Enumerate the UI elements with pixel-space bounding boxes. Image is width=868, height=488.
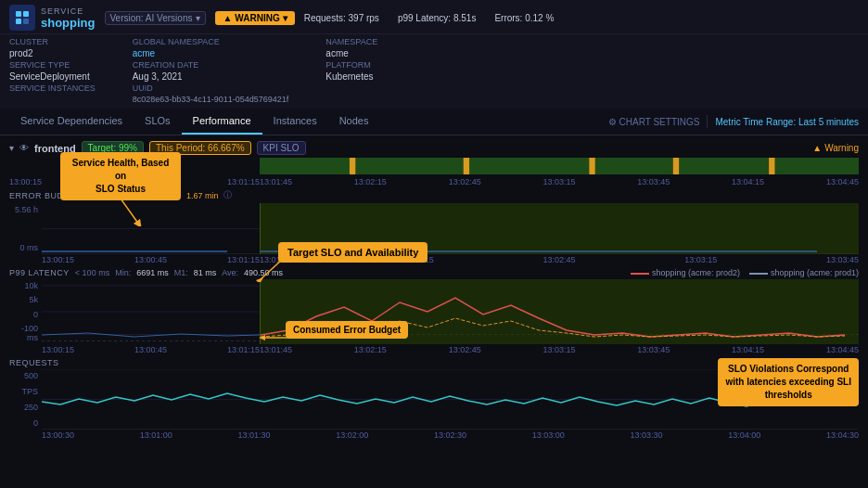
svg-rect-0	[16, 11, 21, 17]
namespace-label: Namespace	[326, 37, 377, 46]
latency-min-label: Min:	[115, 268, 131, 277]
latency-chart-left: 10k 5k 0 -100 ms	[9, 279, 260, 344]
legend-item-2: shopping (acme: prod1)	[749, 268, 859, 277]
cluster-label: Cluster	[9, 37, 96, 46]
main-content: ▾ 👁 frontend Target: 99% This Period: 66…	[0, 135, 868, 488]
header-logo: SERVICE shopping	[9, 5, 96, 31]
nav-bar: Service Dependencies SLOs Performance In…	[0, 109, 868, 135]
latency-x-labels: 13:00:15 13:00:45 13:01:15 13:01:45 13:0…	[9, 345, 859, 354]
req-y-label: TPS	[9, 387, 42, 396]
annotation-consumed-budget: Consumed Error Budget	[286, 321, 408, 339]
meta-cluster: Cluster prod2 Service Type ServiceDeploy…	[9, 37, 96, 93]
latency-y-axis: 10k 5k 0 -100 ms	[9, 279, 42, 344]
slo-collapse-button[interactable]: ▾	[9, 143, 14, 153]
service-instances-label: Service Instances	[9, 83, 96, 93]
svg-rect-2	[16, 19, 21, 24]
global-ns-value: acme	[133, 48, 289, 58]
latency-avg-label: Ave:	[222, 268, 238, 277]
budget-chart-left: 5.56 h 0 ms	[9, 203, 260, 254]
latency-y-5k: 5k	[9, 295, 42, 304]
annotation-target-slo: Target SLO and Availability	[278, 242, 428, 263]
legend-item-1: shopping (acme: prod2)	[631, 268, 740, 277]
budget-value: 1.67 min	[186, 191, 219, 200]
slo-visibility-button[interactable]: 👁	[19, 143, 29, 153]
budget-chart-wrapper: 5.56 h 0 ms	[9, 203, 859, 254]
chart-settings-button[interactable]: ⚙ CHART SETTINGS	[608, 117, 700, 127]
latency-section: P99 LATENCY < 100 ms Min: 6691 ms M1: 81…	[9, 268, 859, 354]
meta-global-ns: Global Namespace acme Creation Date Aug …	[133, 37, 289, 104]
stat-latency: p99 Latency: 8.51s	[398, 13, 477, 23]
timeline-chart	[260, 158, 859, 176]
budget-y-bottom: 0 ms	[9, 243, 42, 252]
stat-requests: Requests: 397 rps	[304, 13, 379, 23]
latency-chart-wrapper: 10k 5k 0 -100 ms	[9, 279, 859, 344]
chevron-down-icon-2: ▾	[283, 13, 287, 23]
warning-icon: ▲	[812, 143, 822, 153]
global-ns-label: Global Namespace	[133, 37, 289, 46]
cluster-value: prod2	[9, 48, 96, 58]
latency-max-value: 81 ms	[194, 268, 217, 277]
latency-avg-value: 490.50 ms	[244, 268, 283, 277]
latency-title: P99 LATENCY	[9, 268, 70, 277]
nav-instances[interactable]: Instances	[262, 109, 328, 135]
requests-title: REQUESTS	[9, 358, 59, 367]
budget-y-top: 5.56 h	[9, 205, 42, 214]
service-type-label: SERVICE	[41, 6, 96, 16]
req-y-250: 250	[9, 403, 42, 412]
nav-performance[interactable]: Performance	[182, 109, 262, 135]
requests-x-labels: 13:00:30 13:01:00 13:01:30 13:02:00 13:0…	[9, 430, 859, 440]
latency-svg-left	[42, 279, 260, 344]
divider	[707, 115, 708, 128]
info-icon[interactable]: ⓘ	[223, 189, 232, 201]
budget-chart-left-area	[42, 203, 260, 254]
slo-type-badge: KPI SLO	[257, 141, 306, 155]
latency-y-10k: 10k	[9, 281, 42, 290]
budget-y-axis: 5.56 h 0 ms	[9, 203, 42, 254]
warning-badge-container[interactable]: ▲ WARNING ▾	[215, 11, 294, 25]
req-y-500: 500	[9, 371, 42, 380]
latency-max-label: M1:	[174, 268, 188, 277]
latency-y-0: 0	[9, 310, 42, 319]
service-type-value: ServiceDeployment	[9, 71, 96, 82]
budget-svg-left	[42, 203, 260, 254]
latency-legend: shopping (acme: prod2) shopping (acme: p…	[631, 268, 859, 277]
header-stats: Requests: 397 rps p99 Latency: 8.51s Err…	[304, 13, 555, 23]
latency-y-100ms: -100 ms	[9, 324, 42, 342]
service-type-label: Service Type	[9, 60, 96, 70]
warning-badge[interactable]: ▲ WARNING ▾	[215, 11, 294, 25]
chevron-down-icon: ▾	[196, 13, 200, 23]
service-label-group: SERVICE shopping	[41, 6, 96, 30]
timeline-svg	[260, 158, 859, 174]
app-logo	[9, 5, 35, 31]
namespace-value: acme	[326, 48, 377, 58]
version-badge[interactable]: Version: AI Versions ▾	[105, 11, 207, 25]
budget-x-left: 13:00:15 13:00:45 13:01:15	[9, 255, 260, 264]
latency-threshold: < 100 ms	[75, 268, 109, 277]
error-budget-section: ERROR BUDGET Budget Burn This Period: 1.…	[9, 189, 859, 264]
nav-nodes[interactable]: Nodes	[328, 109, 380, 135]
uuid-label: UUID	[133, 83, 289, 93]
header-meta: Cluster prod2 Service Type ServiceDeploy…	[0, 34, 868, 109]
gear-icon: ⚙	[608, 117, 617, 127]
budget-x-labels: 13:00:15 13:00:45 13:01:15 13:01:45 13:0…	[9, 255, 859, 264]
stat-errors: Errors: 0.12 %	[494, 13, 554, 23]
time-range: Metric Time Range: Last 5 minutes	[715, 117, 859, 127]
annotation-slo-violations: SLO Violations Correspond with latencies…	[718, 358, 859, 406]
req-x-axis: 13:00:30 13:01:00 13:01:30 13:02:00 13:0…	[42, 430, 859, 440]
platform-label: Platform	[326, 60, 377, 70]
req-y-0: 0	[9, 418, 42, 428]
platform-value: Kubernetes	[326, 71, 377, 82]
nav-service-dependencies[interactable]: Service Dependencies	[9, 109, 134, 135]
header-top: SERVICE shopping Version: AI Versions ▾ …	[0, 0, 868, 34]
version-selector[interactable]: Version: AI Versions ▾	[105, 11, 207, 25]
svg-rect-1	[23, 11, 29, 17]
latency-min-value: 6691 ms	[136, 268, 169, 277]
svg-rect-3	[23, 19, 29, 24]
requests-y-axis: 500 TPS 250 0	[9, 369, 42, 430]
latency-x-left: 13:00:15 13:00:45 13:01:15	[9, 345, 260, 354]
uuid-value: 8c028e63-bb33-4c11-9011-054d5769421f	[133, 95, 289, 104]
latency-chart-left-area	[42, 279, 260, 344]
nav-slos[interactable]: SLOs	[134, 109, 182, 135]
svg-rect-15	[260, 158, 859, 174]
page-root: SERVICE shopping Version: AI Versions ▾ …	[0, 0, 868, 488]
